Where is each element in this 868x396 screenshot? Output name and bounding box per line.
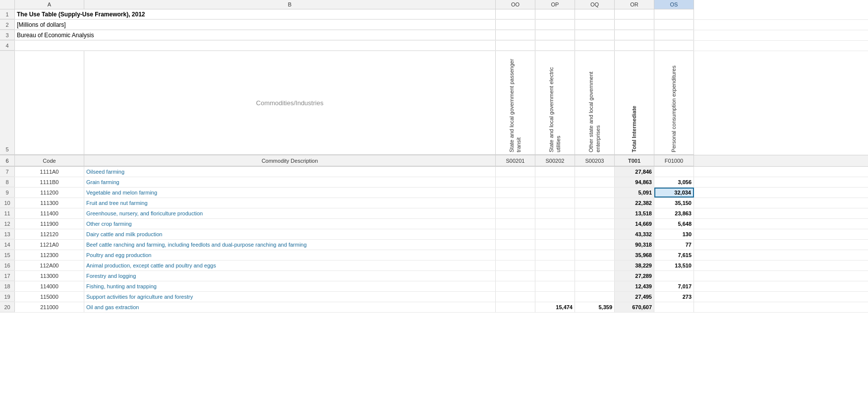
data-rows-container: 7 1111A0 Oilseed farming 27,846 8 1111B0… [0,167,868,313]
row-num-data: 17 [0,271,15,281]
row-OR: 14,669 [615,219,654,229]
row-num-data: 20 [0,302,15,312]
row-code[interactable]: 112A00 [15,261,84,270]
row-OR: 35,968 [615,250,654,260]
row-OS: 3,056 [654,177,694,187]
col-OP-header[interactable]: OP [535,0,575,9]
row-OP [535,208,575,218]
row-code[interactable]: 114000 [15,281,84,291]
cell-OR-2 [615,20,654,30]
table-row: 13 112120 Dairy cattle and milk producti… [0,229,868,240]
row-OS: 5,648 [654,219,694,229]
cell-OO-3 [496,30,535,40]
label-description: Commodity Description [84,155,496,166]
row-OR: 94,863 [615,177,654,187]
row-OS: 273 [654,292,694,302]
row-desc: Grain farming [84,177,496,187]
col-OQ-header[interactable]: OQ [575,0,615,9]
row-OQ [575,167,615,177]
row-OP [535,177,575,187]
row-code[interactable]: 111200 [15,188,84,198]
row-OQ [575,219,615,229]
row-2: 2 [Millions of dollars] [0,20,868,30]
row-OS [654,271,694,281]
row-code[interactable]: 1111A0 [15,167,84,177]
row-num-data: 8 [0,177,15,187]
row-num-4: 4 [0,41,15,51]
cell-OO-2 [496,20,535,30]
cell-OO-4 [496,41,535,51]
row-3: 3 Bureau of Economic Analysis [0,30,868,41]
row-num-5: 5 [0,51,15,155]
header-OQ-text: Other state and local government enterpr… [586,51,603,154]
row-code[interactable]: 1111B0 [15,177,84,187]
row-num-1: 1 [0,9,15,19]
row-code[interactable]: 112300 [15,250,84,260]
row-desc: Fruit and tree nut farming [84,198,496,208]
header-cell-A [15,51,84,155]
label-OR: T001 [615,155,654,166]
row-code[interactable]: 115000 [15,292,84,302]
row-code[interactable]: 113000 [15,271,84,281]
row-OS: 130 [654,229,694,239]
row-OQ [575,198,615,208]
table-row: 8 1111B0 Grain farming 94,863 3,056 [0,177,868,188]
source-cell: Bureau of Economic Analysis [15,30,496,40]
header-OO: State and local government passenger tra… [496,51,535,155]
row-OP [535,229,575,239]
corner-header [0,0,15,9]
row-OS: 32,034 [654,188,694,198]
cell-OP-2 [535,20,575,30]
row-OO [496,177,535,187]
row-OQ [575,271,615,281]
row-code[interactable]: 211000 [15,302,84,312]
table-row: 18 114000 Fishing, hunting and trapping … [0,281,868,292]
col-OS-header[interactable]: OS [654,0,694,9]
label-OO: S00201 [496,155,535,166]
row-OO [496,292,535,302]
header-OO-text: State and local government passenger tra… [507,51,523,154]
row-OR: 13,518 [615,208,654,218]
spreadsheet: A B OO OP OQ OR OS 1 The Use Table (Supp… [0,0,868,313]
row-OO [496,261,535,270]
header-OP-text: State and local government electric util… [547,51,563,154]
table-row: 12 111900 Other crop farming 14,669 5,64… [0,219,868,229]
cell-OR-4 [615,41,654,51]
cell-OR-1 [615,9,654,19]
row-OP [535,292,575,302]
row-OO [496,167,535,177]
row-OS: 7,615 [654,250,694,260]
row-code[interactable]: 1121A0 [15,240,84,250]
row-num-data: 9 [0,188,15,198]
row-code[interactable]: 111400 [15,208,84,218]
col-OR-header[interactable]: OR [615,0,654,9]
row-OS [654,302,694,312]
row-code[interactable]: 112120 [15,229,84,239]
header-OQ: Other state and local government enterpr… [575,51,615,155]
row-OR: 5,091 [615,188,654,198]
row-OS: 23,863 [654,208,694,218]
row-OR: 22,382 [615,198,654,208]
col-OO-header[interactable]: OO [496,0,535,9]
row-OQ [575,281,615,291]
row-desc: Animal production, except cattle and pou… [84,261,496,270]
row-code[interactable]: 111900 [15,219,84,229]
row-OQ [575,208,615,218]
row-desc: Poultry and egg production [84,250,496,260]
row-code[interactable]: 111300 [15,198,84,208]
row-OO [496,302,535,312]
row-OP [535,281,575,291]
row-OR: 670,607 [615,302,654,312]
row-OO [496,208,535,218]
header-OR: Total Intermediate [615,51,654,155]
col-A-header[interactable]: A [15,0,84,9]
cell-OP-4 [535,41,575,51]
cell-OQ-2 [575,20,615,30]
table-row: 15 112300 Poultry and egg production 35,… [0,250,868,261]
row-desc: Vegetable and melon farming [84,188,496,198]
cell-OO-1 [496,9,535,19]
col-B-header[interactable]: B [84,0,496,9]
row-OO [496,229,535,239]
cell-OR-3 [615,30,654,40]
row-num-data: 18 [0,281,15,291]
